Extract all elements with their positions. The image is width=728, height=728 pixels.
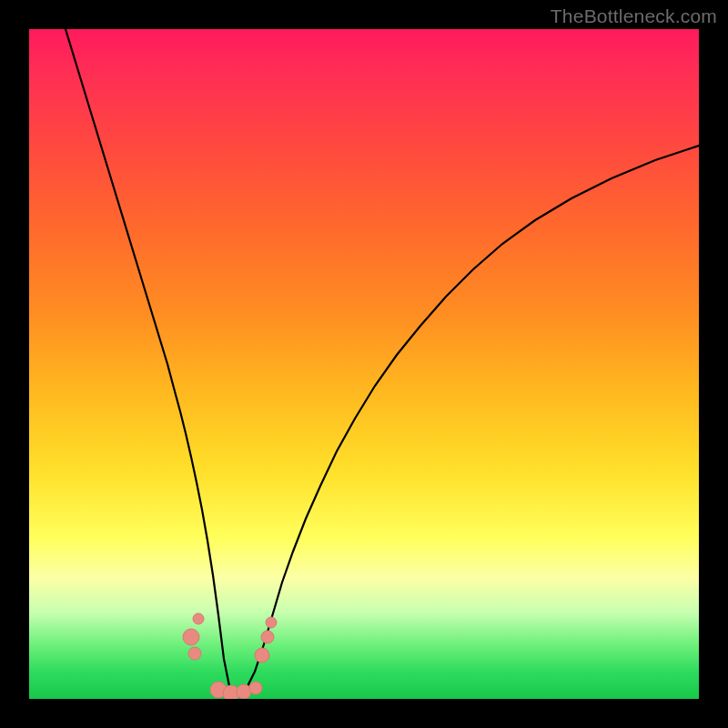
marker-group	[183, 613, 277, 699]
marker-cluster-c-3	[266, 617, 277, 628]
watermark-text: TheBottleneck.com	[551, 5, 717, 27]
marker-cluster-b-4	[249, 682, 262, 694]
bottleneck-curve-path	[66, 29, 699, 693]
chart-plot-area	[29, 29, 699, 699]
marker-cluster-c-2	[261, 631, 274, 643]
chart-frame: TheBottleneck.com	[0, 0, 728, 728]
marker-cluster-b-3	[237, 684, 251, 699]
marker-cluster-a-2	[188, 647, 201, 660]
marker-cluster-c-1	[255, 648, 269, 662]
chart-svg	[29, 29, 699, 699]
marker-cluster-a-3	[193, 613, 204, 624]
marker-cluster-a-1	[183, 629, 199, 645]
